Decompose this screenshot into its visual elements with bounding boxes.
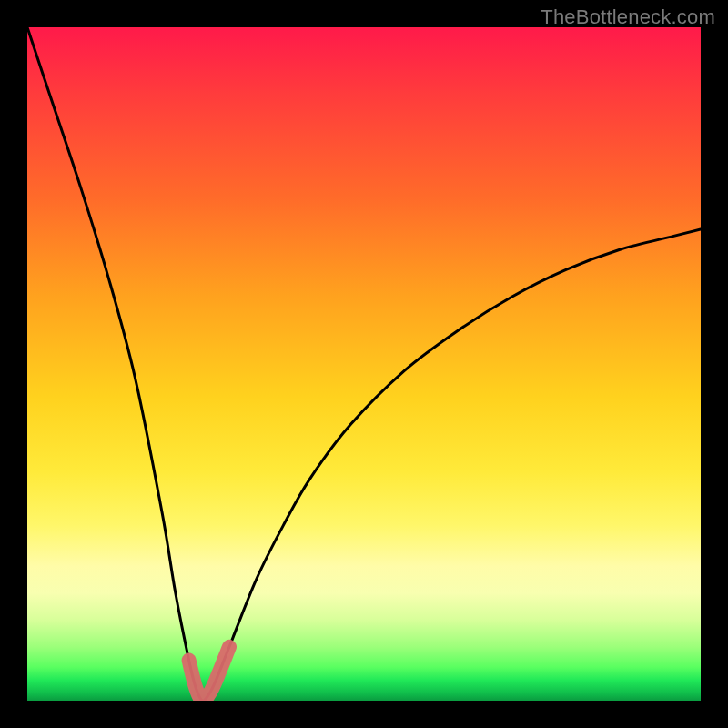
plot-area xyxy=(27,27,701,701)
chart-frame: TheBottleneck.com xyxy=(0,0,728,728)
optimal-range-highlight xyxy=(189,647,229,701)
curve-line xyxy=(27,27,701,701)
bottleneck-chart xyxy=(27,27,701,701)
watermark-text: TheBottleneck.com xyxy=(541,5,715,29)
